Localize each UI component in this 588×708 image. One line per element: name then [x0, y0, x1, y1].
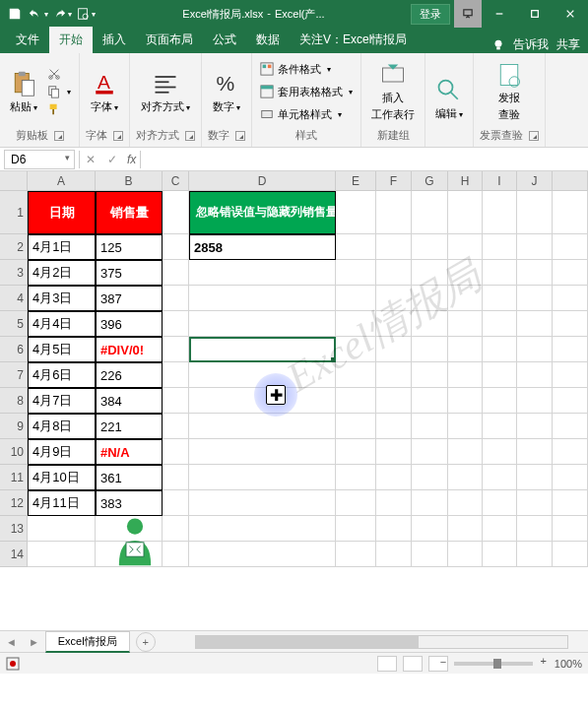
tab-insert[interactable]: 插入: [93, 27, 136, 53]
share[interactable]: 共享: [556, 36, 580, 53]
cell[interactable]: [189, 286, 336, 311]
cell-summary[interactable]: 2858: [189, 234, 336, 260]
cell-date[interactable]: 4月10日: [28, 465, 96, 490]
cell[interactable]: [189, 337, 336, 362]
save-icon[interactable]: [4, 3, 26, 25]
row-header[interactable]: 11: [0, 465, 28, 490]
col-header-F[interactable]: F: [376, 171, 412, 191]
sheet-tab-active[interactable]: Excel情报局: [45, 631, 130, 653]
col-header-D[interactable]: D: [189, 171, 336, 191]
insert-row-button[interactable]: 插入 工作表行: [367, 59, 419, 124]
cell[interactable]: [189, 414, 336, 439]
cell-date[interactable]: 4月6日: [28, 362, 96, 388]
paste-button[interactable]: 粘贴: [6, 68, 41, 116]
row-header[interactable]: 13: [0, 516, 28, 542]
col-header-E[interactable]: E: [336, 171, 376, 191]
print-preview-icon[interactable]: [75, 3, 97, 25]
cell-date[interactable]: 4月7日: [28, 388, 96, 414]
maximize-icon[interactable]: [517, 0, 553, 28]
view-normal-icon[interactable]: [377, 656, 397, 672]
tab-layout[interactable]: 页面布局: [136, 27, 203, 53]
cell[interactable]: [189, 490, 336, 516]
row-header[interactable]: 5: [0, 311, 28, 337]
row-header[interactable]: 7: [0, 362, 28, 388]
copy-icon[interactable]: [45, 84, 73, 99]
row-header[interactable]: 1: [0, 191, 28, 234]
login-button[interactable]: 登录: [411, 4, 450, 25]
clipboard-launcher[interactable]: [54, 131, 64, 141]
cell[interactable]: [189, 311, 336, 337]
header-sales[interactable]: 销售量: [96, 191, 163, 234]
cell-sales[interactable]: 226: [96, 362, 163, 388]
minimize-icon[interactable]: [482, 0, 517, 28]
cell-sales[interactable]: 361: [96, 465, 163, 490]
col-header-A[interactable]: A: [28, 171, 96, 191]
zoom-slider[interactable]: [454, 662, 533, 666]
add-sheet-button[interactable]: +: [136, 632, 156, 652]
confirm-button[interactable]: ✓: [101, 153, 123, 166]
ribbon-options-icon[interactable]: [454, 0, 482, 28]
name-box[interactable]: D6: [4, 150, 75, 169]
cell-date[interactable]: 4月4日: [28, 311, 96, 337]
cell-sales[interactable]: 125: [96, 234, 163, 260]
undo-icon[interactable]: [28, 3, 49, 25]
redo-icon[interactable]: [51, 3, 73, 25]
tab-data[interactable]: 数据: [246, 27, 290, 53]
cut-icon[interactable]: [45, 66, 73, 82]
col-header-J[interactable]: J: [517, 171, 553, 191]
row-header[interactable]: 2: [0, 234, 28, 260]
cell-date[interactable]: 4月2日: [28, 260, 96, 286]
font-launcher[interactable]: [113, 131, 123, 141]
cell-date[interactable]: 4月1日: [28, 234, 96, 260]
record-icon[interactable]: [6, 657, 20, 671]
format-painter-icon[interactable]: [45, 101, 73, 117]
horizontal-scrollbar[interactable]: [195, 635, 568, 649]
cell-sales[interactable]: 384: [96, 388, 163, 414]
cancel-button[interactable]: ✕: [80, 153, 101, 166]
worksheet-grid[interactable]: Excel情报局 ABCDEFGHIJ1日期销售量忽略错误值与隐藏列销售量汇总2…: [0, 171, 588, 630]
cell-style-button[interactable]: 单元格样式: [258, 106, 355, 123]
cell-sales[interactable]: 375: [96, 260, 163, 286]
row-header[interactable]: 8: [0, 388, 28, 414]
cell[interactable]: [189, 439, 336, 465]
conditional-format-button[interactable]: 条件格式: [258, 61, 355, 78]
row-header[interactable]: 10: [0, 439, 28, 465]
view-page-icon[interactable]: [403, 656, 423, 672]
col-header-C[interactable]: C: [163, 171, 189, 191]
number-button[interactable]: % 数字: [209, 68, 244, 116]
fx-icon[interactable]: fx: [123, 153, 140, 166]
cell-sales[interactable]: 387: [96, 286, 163, 311]
tab-home[interactable]: 开始: [49, 27, 93, 53]
cell-sales[interactable]: 396: [96, 311, 163, 337]
editing-button[interactable]: 编辑: [431, 75, 467, 123]
col-header-G[interactable]: G: [412, 171, 448, 191]
tellme[interactable]: 告诉我: [513, 36, 549, 53]
row-header[interactable]: 12: [0, 490, 28, 516]
cell-date[interactable]: 4月5日: [28, 337, 96, 362]
close-icon[interactable]: [553, 0, 588, 28]
tab-formulas[interactable]: 公式: [203, 27, 246, 53]
invoice-launcher[interactable]: [529, 131, 539, 141]
font-button[interactable]: A 字体: [87, 68, 122, 116]
row-header[interactable]: 3: [0, 260, 28, 286]
cell[interactable]: [189, 260, 336, 286]
cell-sales[interactable]: #N/A: [96, 439, 163, 465]
header-summary[interactable]: 忽略错误值与隐藏列销售量汇总: [189, 191, 336, 234]
tab-follow[interactable]: 关注V：Excel情报局: [290, 27, 417, 53]
cell-sales[interactable]: 383: [96, 490, 163, 516]
sheet-nav-next[interactable]: ►: [23, 636, 45, 648]
align-launcher[interactable]: [185, 131, 195, 141]
number-launcher[interactable]: [235, 131, 245, 141]
cell-date[interactable]: 4月9日: [28, 439, 96, 465]
select-all-corner[interactable]: [0, 171, 28, 191]
align-button[interactable]: 对齐方式: [137, 68, 194, 116]
col-header-B[interactable]: B: [96, 171, 163, 191]
header-date[interactable]: 日期: [28, 191, 96, 234]
zoom-level[interactable]: 100%: [555, 658, 582, 670]
col-header-I[interactable]: I: [483, 171, 517, 191]
cell-sales[interactable]: #DIV/0!: [96, 337, 163, 362]
col-header-H[interactable]: H: [448, 171, 483, 191]
row-header[interactable]: 6: [0, 337, 28, 362]
cell-sales[interactable]: 221: [96, 414, 163, 439]
table-format-button[interactable]: 套用表格格式: [258, 84, 355, 100]
